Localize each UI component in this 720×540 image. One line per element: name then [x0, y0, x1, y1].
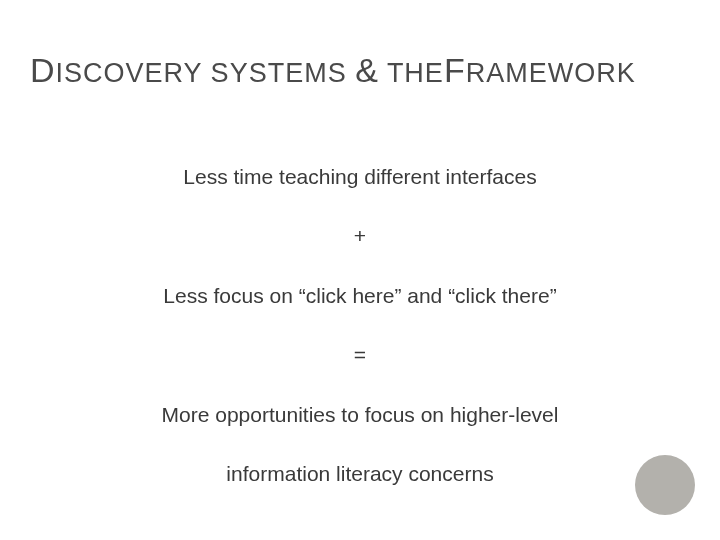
- title-the: THE: [387, 58, 444, 88]
- slide-title: DISCOVERY SYSTEMS & THEFRAMEWORK: [30, 50, 690, 91]
- title-cap-1: D: [30, 51, 56, 89]
- title-cap-2: F: [444, 51, 466, 89]
- title-rest-2: RAMEWORK: [466, 58, 636, 88]
- title-amp: &: [355, 51, 379, 89]
- decorative-circle: [635, 455, 695, 515]
- body-line-1: Less time teaching different interfaces: [80, 161, 640, 193]
- title-rest-1: ISCOVERY SYSTEMS: [56, 58, 347, 88]
- operator-equals: =: [80, 339, 640, 371]
- body-line-2: Less focus on “click here” and “click th…: [80, 280, 640, 312]
- body-line-3a: More opportunities to focus on higher-le…: [80, 399, 640, 431]
- slide: DISCOVERY SYSTEMS & THEFRAMEWORK Less ti…: [0, 0, 720, 540]
- body-line-3b: information literacy concerns: [80, 458, 640, 490]
- slide-body: Less time teaching different interfaces …: [30, 161, 690, 490]
- operator-plus: +: [80, 220, 640, 252]
